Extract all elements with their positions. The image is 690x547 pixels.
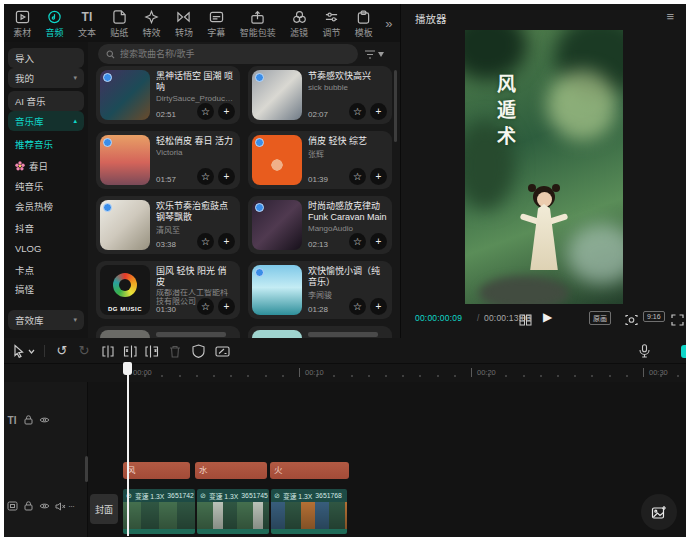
caption-template-icon[interactable] [214,343,230,359]
tab-adjust[interactable]: 调节 [315,7,347,39]
tab-audio[interactable]: 音频 [38,7,70,39]
panel-resize-handle[interactable] [85,456,88,482]
eye-icon[interactable] [36,502,52,510]
favorite-button[interactable]: ☆ [197,168,214,185]
tab-media[interactable]: 素材 [6,7,38,39]
sidebar-item-funny[interactable]: 搞怪 [8,279,84,299]
microphone-icon[interactable] [636,343,652,359]
tab-effects[interactable]: 特效 [135,7,167,39]
video-clip[interactable]: ⊘变速 1.3X3651742 [123,489,195,534]
music-card[interactable] [248,326,392,338]
music-card[interactable]: 俏皮 轻快 综艺 张辉 01:39 ☆+ [248,131,392,189]
sidebar-item-douyin[interactable]: 抖音 [8,218,84,238]
tab-captions[interactable]: 字幕 [200,7,232,39]
add-to-track-button[interactable]: + [370,233,387,250]
music-card[interactable]: 欢乐节奏治愈鼓点钢琴飘散 清风至 03:38 ☆+ [96,196,240,254]
cover-button[interactable]: 封面 [90,494,118,524]
mask-icon[interactable] [190,343,206,359]
music-card[interactable]: 节奏感欢快高兴 sick bubble 02:07 ☆+ [248,66,392,124]
delete-icon[interactable] [167,343,183,359]
add-to-track-button[interactable]: + [370,103,387,120]
sidebar-item-beat-sync[interactable]: 卡点 [8,260,84,280]
tab-sticker[interactable]: 贴纸 [103,7,135,39]
add-to-track-button[interactable]: + [218,298,235,315]
playhead-handle[interactable] [123,362,132,375]
tab-label: 模板 [355,26,373,39]
sidebar-item-member-hot[interactable]: 会员热榜 [8,196,84,216]
video-clip[interactable]: ⊘变速 1.3X3651745 [197,489,269,534]
favorite-button[interactable]: ☆ [197,103,214,120]
text-clip[interactable]: 水 [195,462,267,479]
quality-button[interactable]: 原画 [589,311,611,325]
track-more-icon[interactable]: ··· [68,501,74,511]
music-card[interactable]: 欢快愉悦小调（纯音乐） 李闻骏 01:28 ☆+ [248,261,392,319]
favorite-button[interactable]: ☆ [197,233,214,250]
favorite-button[interactable]: ☆ [349,103,366,120]
text-clip[interactable]: 风 [123,462,190,479]
select-tool-icon[interactable] [10,343,26,359]
sidebar-item-pure-music[interactable]: 纯音乐 [8,176,84,196]
add-to-track-button[interactable]: + [370,168,387,185]
add-to-track-button[interactable]: + [218,103,235,120]
music-card[interactable]: DG MUSIC 国风 轻快 阳光 俏皮 成都潜在人工智能科技有限公司 01:3… [96,261,240,319]
undo-icon[interactable]: ↺ [54,343,70,359]
music-card[interactable]: 时尚动感放克律动 Funk Caravan Main MangoAudio 02… [248,196,392,254]
sidebar-item-music-library[interactable]: 音乐库▴ [8,111,84,131]
sidebar-item-mine[interactable]: 我的▾ [8,68,84,88]
lock-icon[interactable] [20,415,36,425]
sidebar-item-recommended[interactable]: 推荐音乐 [8,134,84,154]
video-preview[interactable]: 风遁术 [465,30,623,304]
frame-preview-icon[interactable] [517,312,533,328]
add-image-icon [651,505,667,520]
tab-text[interactable]: TI 文本 [71,8,103,39]
filter-icon[interactable] [364,46,392,62]
chevron-down-icon[interactable] [26,343,36,359]
clip-speed: 变速 1.3X [283,491,312,501]
fullscreen-icon[interactable] [669,312,685,328]
music-card[interactable]: 轻松俏皮 春日 活力 Victoria 01:57 ☆+ [96,131,240,189]
favorite-button[interactable]: ☆ [197,298,214,315]
tab-transitions[interactable]: 转场 [168,7,200,39]
redo-icon[interactable]: ↻ [76,343,92,359]
timecode-current: 00:00:00:09 [415,313,462,323]
timeline-ruler[interactable]: 00:00 00:10 00:20 00:30 [4,364,686,382]
tab-smart-pack[interactable]: 智能包装 [233,7,283,39]
lock-icon[interactable] [20,501,36,511]
favorite-button[interactable]: ☆ [349,168,366,185]
add-to-track-button[interactable]: + [218,168,235,185]
video-overlay-text: 风遁术 [491,74,518,152]
music-card[interactable] [96,326,240,338]
aspect-ratio-button[interactable]: 9:16 [643,311,665,322]
text-clip[interactable]: 火 [270,462,349,479]
tab-templates[interactable]: 模板 [348,7,380,39]
sidebar-item-vlog[interactable]: VLOG [8,238,84,258]
search-input[interactable] [120,49,350,59]
play-button[interactable]: ▶ [543,310,552,324]
sidebar-item-sfx-library[interactable]: 音效库▾ [8,310,84,330]
delete-right-icon[interactable] [144,343,160,359]
player-menu-icon[interactable]: ≡ [666,9,674,24]
add-media-fab[interactable] [641,494,677,530]
scrollbar[interactable] [394,70,397,142]
video-clip[interactable]: ⊘变速 1.3X3651768 [271,489,347,534]
delete-left-icon[interactable] [122,343,138,359]
music-card[interactable]: 黑神话悟空 国潮 唢呐 DirtySauce_Production 02:51 … [96,66,240,124]
clip-speed: 变速 1.3X [209,491,238,501]
eye-icon[interactable] [36,416,52,424]
add-to-track-button[interactable]: + [370,298,387,315]
sidebar-item-ai-music[interactable]: AI 音乐 [8,91,84,111]
docked-panel-indicator[interactable] [681,345,686,358]
sidebar-item-spring[interactable]: 春日 [8,156,84,176]
song-title: 国风 轻快 阳光 俏皮 [156,266,235,288]
tab-filters[interactable]: 滤镜 [283,7,315,39]
favorite-button[interactable]: ☆ [349,233,366,250]
capcut-app-window: 素材 音频 TI 文本 贴纸 特效 转场 字幕 智能包装 [4,4,686,537]
split-icon[interactable] [100,343,116,359]
favorite-button[interactable]: ☆ [349,298,366,315]
playhead-line[interactable] [127,364,129,536]
mute-icon[interactable] [52,502,68,511]
sidebar-item-import[interactable]: 导入 [8,48,84,68]
collapse-panel-icon[interactable]: » [380,16,398,31]
focus-zoom-icon[interactable] [623,312,639,328]
add-to-track-button[interactable]: + [218,233,235,250]
